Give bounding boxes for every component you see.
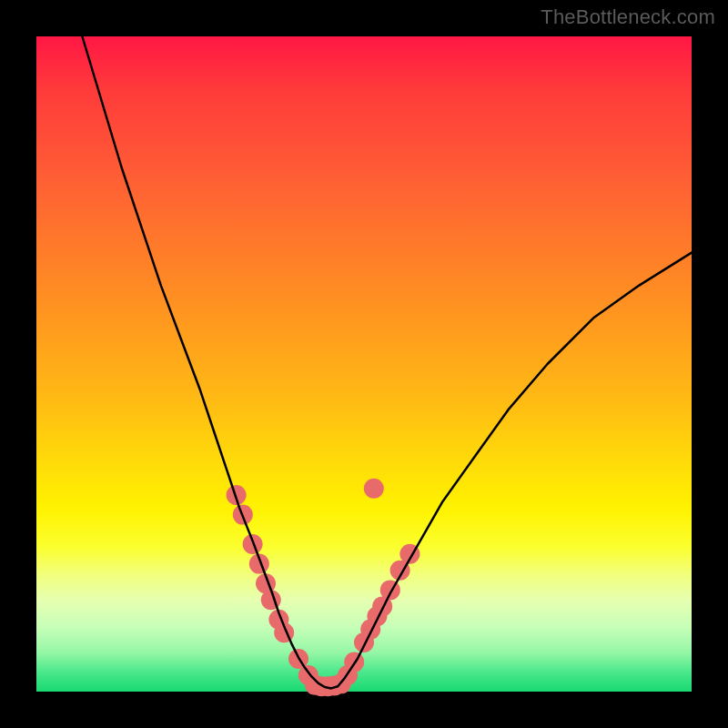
chart-frame: TheBottleneck.com xyxy=(0,0,728,728)
curve-layer xyxy=(36,36,692,692)
watermark-text: TheBottleneck.com xyxy=(541,5,715,29)
data-marker xyxy=(243,534,263,554)
plot-area xyxy=(36,36,692,692)
data-marker xyxy=(364,479,384,499)
marker-group xyxy=(227,479,420,696)
